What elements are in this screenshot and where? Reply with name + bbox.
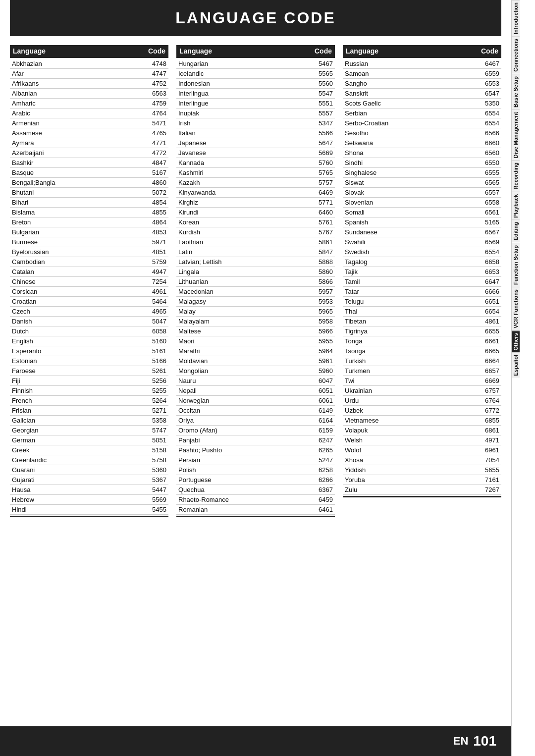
language-name: Xhosa: [343, 456, 472, 464]
language-code: 6660: [472, 139, 501, 147]
table-row: Maltese 5966: [176, 326, 335, 336]
language-name: Tonga: [343, 337, 472, 345]
language-code: 4765: [139, 129, 168, 137]
language-code: 4854: [139, 198, 168, 207]
language-name: Amharic: [10, 99, 139, 108]
table-row: Irish 5347: [176, 118, 335, 128]
language-name: Albanian: [10, 89, 139, 98]
language-code: 6655: [472, 327, 501, 335]
language-code: 5350: [472, 99, 501, 108]
language-code: 6561: [472, 208, 501, 216]
language-name: Vietnamese: [343, 416, 472, 425]
table-row: Korean 5761: [176, 217, 335, 227]
language-name: Volapuk: [343, 426, 472, 434]
language-name: Panjabi: [176, 436, 305, 444]
table-row: Bulgarian 4853: [10, 227, 168, 237]
language-code: 5861: [305, 238, 335, 246]
sidebar-item[interactable]: Español: [512, 352, 520, 378]
language-code: 6461: [305, 505, 335, 514]
language-name: Arabic: [10, 109, 139, 117]
language-code: 6567: [472, 228, 501, 236]
language-code: 4861: [472, 317, 501, 325]
language-name: Japanese: [176, 139, 305, 147]
language-code: 5759: [139, 258, 168, 266]
col3-code-header: Code: [472, 45, 501, 57]
language-name: Kannada: [176, 159, 305, 167]
table-row: Samoan 6559: [343, 69, 501, 79]
table-row: Tatar 6666: [343, 287, 501, 297]
sidebar-item[interactable]: Disc Management: [512, 109, 520, 161]
table-row: Moldavian 5961: [176, 356, 335, 366]
language-code: 5961: [305, 357, 335, 365]
language-code: 6559: [472, 69, 501, 78]
language-name: Moldavian: [176, 357, 305, 365]
table-row: Kirundi 6460: [176, 208, 335, 217]
language-name: Singhalese: [343, 168, 472, 177]
column-2: Language Code Hungarian 5467 Icelandic 5…: [176, 45, 335, 517]
language-code: 6557: [472, 188, 501, 197]
language-name: Estonian: [10, 357, 139, 365]
language-code: 6861: [472, 426, 501, 434]
language-name: Latin: [176, 248, 305, 256]
sidebar-item[interactable]: Connections: [512, 36, 520, 74]
col-header-1: Language Code: [10, 45, 168, 58]
language-code: 6367: [305, 486, 335, 494]
language-code: 5347: [305, 119, 335, 127]
table-row: Uzbek 6772: [343, 406, 501, 416]
language-code: 6569: [472, 238, 501, 246]
language-code: 5557: [305, 109, 335, 117]
table-row: Latin 5847: [176, 247, 335, 257]
language-name: Turkish: [343, 357, 472, 365]
sidebar-item[interactable]: Editing: [512, 219, 520, 242]
language-code: 6149: [305, 406, 335, 415]
lang-label: EN: [453, 735, 469, 748]
language-name: French: [10, 396, 139, 405]
sidebar-item[interactable]: Introduction: [512, 0, 520, 36]
table-row: Kurdish 5767: [176, 227, 335, 237]
language-code: 6555: [472, 168, 501, 177]
language-name: German: [10, 436, 139, 444]
table-row: Georgian 5747: [10, 426, 168, 435]
language-name: Dutch: [10, 327, 139, 335]
language-name: Greek: [10, 446, 139, 454]
table-row: Tibetan 4861: [343, 317, 501, 326]
table-row: Scots Gaelic 5350: [343, 99, 501, 108]
language-name: Tsonga: [343, 347, 472, 355]
language-code: 6658: [472, 258, 501, 266]
language-code: 5471: [139, 119, 168, 127]
sidebar-item[interactable]: Others: [512, 330, 520, 352]
col3-bottom-border: [343, 496, 501, 497]
table-row: Persian 5247: [176, 455, 335, 465]
table-row: Sanskrit 6547: [343, 89, 501, 99]
language-name: Kinyarwanda: [176, 188, 305, 197]
sidebar-item[interactable]: Basic Setup: [512, 74, 520, 109]
sidebar-item[interactable]: Recording: [512, 160, 520, 191]
table-row: Kannada 5760: [176, 158, 335, 168]
language-name: Interlingue: [176, 99, 305, 108]
language-name: Serbian: [343, 109, 472, 117]
sidebar-item[interactable]: Playback: [512, 192, 520, 220]
table-row: English 5160: [10, 336, 168, 346]
table-row: Basque 5167: [10, 168, 168, 178]
language-name: Hindi: [10, 505, 139, 514]
table-row: Pashto; Pushto 6265: [176, 445, 335, 455]
language-code: 4971: [472, 436, 501, 444]
language-code: 5860: [305, 268, 335, 276]
language-code: 6554: [472, 109, 501, 117]
language-name: Greenlandic: [10, 456, 139, 464]
language-name: Turkmen: [343, 367, 472, 375]
sidebar-item[interactable]: VCR Functions: [512, 287, 520, 330]
language-name: Yoruba: [343, 476, 472, 484]
language-name: Nepali: [176, 386, 305, 395]
language-code: 5767: [305, 228, 335, 236]
sidebar-item[interactable]: Function Setup: [512, 243, 520, 287]
language-code: 6550: [472, 159, 501, 167]
table-row: Portuguese 6266: [176, 475, 335, 485]
column-3: Language Code Russian 6467 Samoan 6559 S…: [343, 45, 501, 517]
language-code: 5161: [139, 347, 168, 355]
table-row: German 5051: [10, 435, 168, 445]
table-row: Turkish 6664: [343, 356, 501, 366]
table-row: Telugu 6651: [343, 297, 501, 307]
table-row: Tagalog 6658: [343, 257, 501, 267]
language-code: 5551: [305, 99, 335, 108]
